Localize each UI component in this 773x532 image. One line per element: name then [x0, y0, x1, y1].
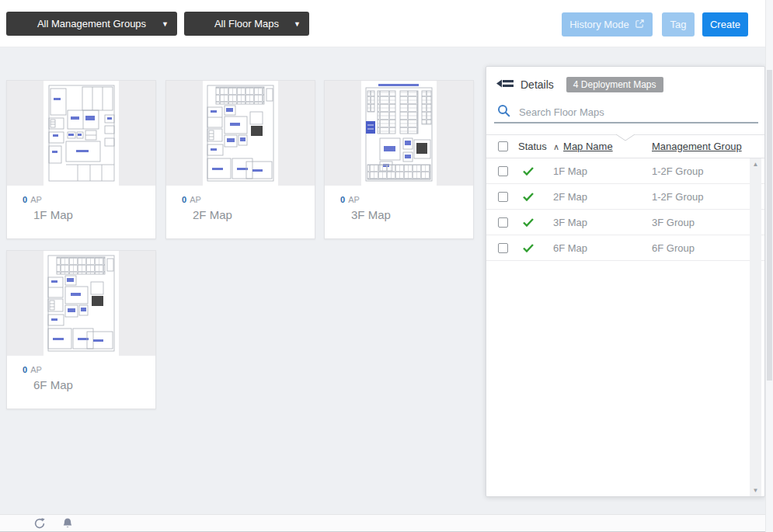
status-ok-icon	[523, 193, 553, 201]
floor-map-thumbnail	[7, 251, 155, 356]
deployment-maps-badge: 4 Deployment Maps	[566, 77, 663, 92]
floor-maps-dropdown[interactable]: All Floor Maps ▼	[184, 12, 309, 36]
row-map-name: 3F Map	[553, 217, 652, 228]
collapse-left-arrow-icon[interactable]	[496, 78, 514, 92]
bell-icon[interactable]	[61, 517, 74, 532]
column-management-group[interactable]: Management Group	[652, 141, 764, 152]
tag-button[interactable]: Tag	[662, 12, 695, 37]
status-ok-icon	[523, 218, 553, 227]
ap-count: 0	[340, 195, 345, 204]
row-checkbox[interactable]	[498, 192, 508, 202]
management-groups-dropdown-label: All Management Groups	[37, 18, 146, 30]
row-map-name: 1F Map	[553, 165, 652, 177]
select-all-checkbox[interactable]	[498, 141, 508, 151]
row-checkbox[interactable]	[498, 166, 508, 176]
create-button[interactable]: Create	[702, 12, 748, 37]
ap-unit: AP	[30, 195, 42, 204]
floor-map-card-6f[interactable]: 0AP 6F Map	[6, 250, 156, 409]
card-meta: 0AP 1F Map	[7, 186, 155, 221]
ap-unit: AP	[348, 195, 360, 204]
refresh-icon[interactable]	[33, 517, 46, 532]
map-name: 1F Map	[33, 208, 155, 221]
footer-bar	[0, 514, 773, 532]
caret-down-icon: ▼	[294, 20, 301, 28]
panel-scrollbar[interactable]: ▲ ▼	[750, 158, 761, 496]
ap-count-line: 0AP	[23, 195, 155, 204]
history-mode-button[interactable]: History Mode	[562, 12, 653, 37]
row-management-group: 6F Group	[652, 242, 764, 254]
status-ok-icon	[523, 167, 553, 176]
table-row-2f[interactable]: 2F Map 1-2F Group	[486, 184, 764, 210]
column-status: Status	[518, 141, 553, 152]
status-ok-icon	[523, 244, 553, 252]
scroll-up-icon[interactable]: ▲	[753, 158, 759, 170]
table-body: 1F Map 1-2F Group 2F Map 1-2F Group 3F M…	[486, 158, 764, 261]
floor-maps-dropdown-label: All Floor Maps	[214, 18, 279, 30]
page-scrollbar[interactable]	[765, 0, 773, 532]
column-map-name[interactable]: ∧Map Name	[553, 141, 652, 152]
floor-plan-image-6f	[44, 251, 119, 356]
floor-plan-image-2f	[203, 81, 278, 186]
ap-count-line: 0AP	[182, 195, 315, 204]
map-name: 2F Map	[193, 208, 315, 221]
card-meta: 0AP 3F Map	[325, 186, 473, 221]
topbar: All Management Groups ▼ All Floor Maps ▼…	[0, 0, 773, 47]
table-row-6f[interactable]: 6F Map 6F Group	[486, 235, 764, 261]
floor-plan-image-1f	[44, 81, 119, 186]
floor-map-card-3f[interactable]: 0AP 3F Map	[324, 80, 474, 239]
table-row-1f[interactable]: 1F Map 1-2F Group	[486, 158, 764, 184]
search-icon	[497, 104, 510, 120]
map-name: 6F Map	[33, 378, 155, 391]
management-groups-dropdown[interactable]: All Management Groups ▼	[6, 12, 177, 36]
floor-map-thumbnail	[7, 81, 155, 186]
row-checkbox[interactable]	[498, 243, 508, 253]
panel-notch	[616, 134, 635, 141]
ap-unit: AP	[190, 195, 201, 204]
ap-count-line: 0AP	[23, 365, 155, 374]
search-floor-maps-input[interactable]	[519, 106, 758, 118]
row-checkbox[interactable]	[498, 217, 508, 228]
history-mode-label: History Mode	[569, 19, 629, 30]
external-link-icon	[635, 19, 645, 31]
caret-down-icon: ▼	[162, 20, 169, 28]
floor-map-thumbnail	[325, 81, 473, 186]
row-management-group: 1-2F Group	[652, 165, 764, 177]
map-name: 3F Map	[351, 208, 473, 221]
search-row	[494, 102, 758, 123]
ap-count: 0	[23, 195, 27, 204]
details-title: Details	[521, 78, 554, 91]
ap-unit: AP	[30, 365, 42, 374]
row-management-group: 1-2F Group	[652, 191, 764, 203]
row-management-group: 3F Group	[652, 217, 764, 228]
floor-map-card-2f[interactable]: 0AP 2F Map	[165, 80, 315, 239]
floor-plan-image-3f	[361, 81, 437, 186]
ap-count: 0	[182, 195, 186, 204]
details-panel: Details 4 Deployment Maps Status ∧Map Na…	[486, 66, 765, 497]
floor-map-thumbnail	[166, 81, 315, 186]
details-panel-header: Details 4 Deployment Maps	[496, 77, 663, 92]
floor-map-card-1f[interactable]: 0AP 1F Map	[6, 80, 156, 239]
sort-asc-icon: ∧	[553, 142, 559, 151]
table-row-3f[interactable]: 3F Map 3F Group	[486, 210, 764, 235]
card-meta: 0AP 6F Map	[7, 356, 155, 391]
table-header: Status ∧Map Name Management Group	[486, 134, 764, 158]
row-map-name: 2F Map	[553, 191, 652, 203]
page-scrollbar-thumb[interactable]	[767, 70, 772, 381]
row-map-name: 6F Map	[553, 242, 652, 254]
card-meta: 0AP 2F Map	[166, 186, 315, 221]
ap-count-line: 0AP	[340, 195, 473, 204]
scroll-down-icon[interactable]: ▼	[753, 485, 759, 496]
ap-count: 0	[23, 365, 27, 374]
